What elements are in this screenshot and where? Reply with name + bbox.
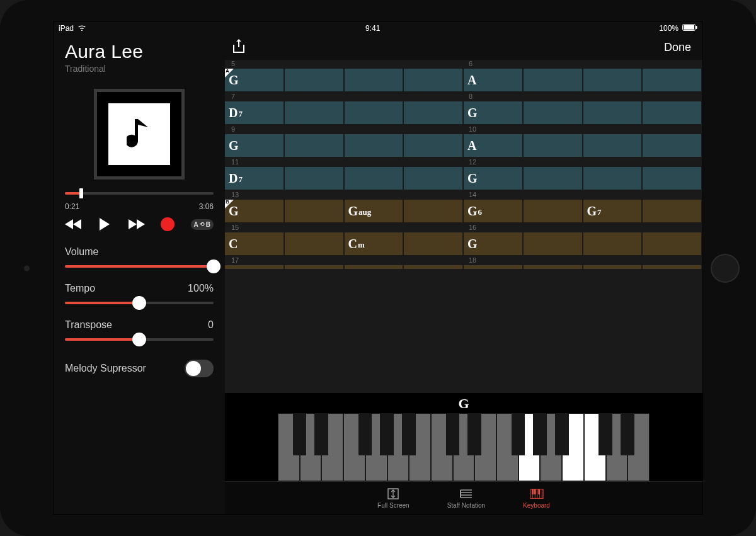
chord-cell[interactable]: D7 xyxy=(225,101,285,124)
chord-cell[interactable] xyxy=(524,232,583,255)
chord-cell[interactable] xyxy=(583,232,643,255)
chord-cell[interactable] xyxy=(524,200,583,222)
piano-keyboard[interactable] xyxy=(278,413,650,481)
home-button[interactable] xyxy=(711,254,740,283)
chord-cell[interactable] xyxy=(583,134,643,157)
chord-row[interactable]: 1516CCmG xyxy=(225,224,702,255)
tab-label: Keyboard xyxy=(523,502,550,509)
chord-cell[interactable]: Cm xyxy=(345,232,404,255)
black-key[interactable] xyxy=(358,413,372,455)
chord-cell[interactable]: G xyxy=(464,232,524,255)
melody-suppressor-label: Melody Supressor xyxy=(65,363,146,374)
black-key[interactable] xyxy=(380,413,394,455)
chord-cell[interactable] xyxy=(524,167,583,190)
chord-cell[interactable] xyxy=(404,69,464,91)
black-key[interactable] xyxy=(467,413,481,455)
chord-cell[interactable] xyxy=(345,167,404,190)
chord-cell[interactable] xyxy=(404,101,464,124)
chord-row[interactable]: 56GAA xyxy=(225,60,702,91)
chord-cell[interactable] xyxy=(404,265,464,269)
black-key[interactable] xyxy=(293,413,307,455)
chord-cell[interactable] xyxy=(643,200,702,222)
ab-loop-button[interactable]: A⟲B xyxy=(191,219,214,230)
chord-cell[interactable] xyxy=(404,134,464,157)
play-button[interactable] xyxy=(98,217,111,231)
chord-cell[interactable] xyxy=(345,101,404,124)
chord-cell[interactable] xyxy=(583,167,643,190)
chord-cell[interactable]: GA xyxy=(225,69,285,91)
melody-suppressor-toggle[interactable] xyxy=(185,360,214,377)
chord-cell[interactable] xyxy=(643,101,702,124)
chord-cell[interactable]: C xyxy=(225,232,285,255)
chord-cell[interactable] xyxy=(345,69,404,91)
chord-row[interactable]: 1718 xyxy=(225,256,702,269)
transpose-slider[interactable] xyxy=(65,338,214,341)
chord-cell[interactable]: GB xyxy=(225,200,285,222)
tab-fullscreen[interactable]: Full Screen xyxy=(377,487,410,509)
share-button[interactable] xyxy=(232,38,245,56)
chord-cell[interactable] xyxy=(643,232,702,255)
chord-cell[interactable] xyxy=(524,69,583,91)
chord-chart[interactable]: 56GAA78D7G910GA1112D7G1314GBGaugG6G71516… xyxy=(225,60,702,393)
chord-cell[interactable] xyxy=(643,134,702,157)
chord-cell[interactable] xyxy=(225,265,285,269)
chord-row[interactable]: 1112D7G xyxy=(225,158,702,190)
chord-cell[interactable] xyxy=(285,69,345,91)
black-key[interactable] xyxy=(402,413,416,455)
chord-cell[interactable]: G7 xyxy=(583,200,643,222)
chord-cell[interactable] xyxy=(643,265,702,269)
chord-cell[interactable] xyxy=(404,200,464,222)
black-key[interactable] xyxy=(621,413,634,455)
chord-cell[interactable]: Gaug xyxy=(345,200,404,222)
chord-cell[interactable] xyxy=(583,101,643,124)
chord-row[interactable]: 910GA xyxy=(225,125,702,157)
chord-cell[interactable]: G6 xyxy=(464,200,524,222)
chord-cell[interactable]: A xyxy=(464,134,524,157)
chord-cell[interactable] xyxy=(285,101,345,124)
chord-row[interactable]: 78D7G xyxy=(225,93,702,124)
keyboard-icon xyxy=(530,487,544,501)
black-key[interactable] xyxy=(598,413,612,455)
chord-cell[interactable] xyxy=(285,265,345,269)
tab-staff-notation[interactable]: Staff Notation xyxy=(447,487,485,509)
chord-cell[interactable] xyxy=(404,232,464,255)
chord-cell[interactable] xyxy=(524,265,583,269)
chord-row[interactable]: 1314GBGaugG6G7 xyxy=(225,191,702,222)
tab-keyboard[interactable]: Keyboard xyxy=(523,487,550,509)
chord-cell[interactable] xyxy=(285,167,345,190)
rewind-button[interactable] xyxy=(65,218,83,231)
black-key[interactable] xyxy=(512,413,525,455)
chord-cell[interactable] xyxy=(345,134,404,157)
done-button[interactable]: Done xyxy=(664,41,691,54)
record-button[interactable] xyxy=(161,217,175,231)
camera xyxy=(24,265,30,271)
chord-cell[interactable] xyxy=(524,101,583,124)
chord-cell[interactable] xyxy=(524,134,583,157)
chord-cell[interactable]: G xyxy=(225,134,285,157)
black-key[interactable] xyxy=(314,413,328,455)
fast-forward-button[interactable] xyxy=(127,218,145,231)
black-key[interactable] xyxy=(533,413,547,455)
chord-cell[interactable] xyxy=(583,265,643,269)
svg-rect-6 xyxy=(534,489,536,494)
chord-cell[interactable]: G xyxy=(464,167,524,190)
black-key[interactable] xyxy=(555,413,569,455)
chord-cell[interactable] xyxy=(583,69,643,91)
volume-slider[interactable] xyxy=(65,265,214,268)
chord-cell[interactable] xyxy=(643,69,702,91)
song-subtitle: Traditional xyxy=(65,64,214,74)
chord-cell[interactable] xyxy=(285,200,345,222)
chord-cell[interactable]: D7 xyxy=(225,167,285,190)
chord-cell[interactable]: A xyxy=(464,69,524,91)
chord-cell[interactable] xyxy=(345,265,404,269)
chord-cell[interactable] xyxy=(643,167,702,190)
chord-cell[interactable]: G xyxy=(464,101,524,124)
progress-track[interactable] xyxy=(65,192,214,195)
chord-cell[interactable] xyxy=(285,134,345,157)
chord-cell[interactable] xyxy=(464,265,524,269)
tempo-slider[interactable] xyxy=(65,302,214,304)
chord-cell[interactable] xyxy=(285,232,345,255)
black-key[interactable] xyxy=(446,413,460,455)
transpose-label: Transpose xyxy=(65,319,112,331)
chord-cell[interactable] xyxy=(404,167,464,190)
